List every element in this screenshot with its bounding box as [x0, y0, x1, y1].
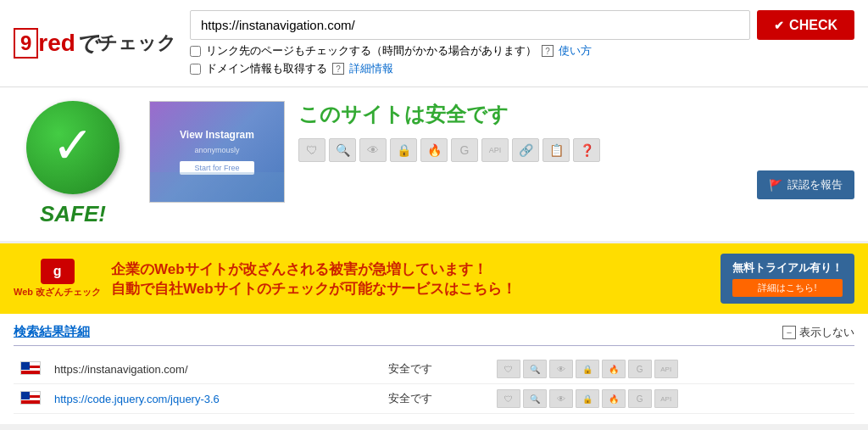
result-icon-search: 🔍	[523, 360, 547, 378]
report-flag-icon: 🚩	[769, 179, 782, 192]
option2-info-icon[interactable]: ?	[332, 63, 344, 75]
banner-cta[interactable]: 無料トライアル有り！ 詳細はこちら!	[721, 254, 854, 304]
banner-text: 企業のWebサイトが改ざんされる被害が急増しています！ 自動で自社Webサイトの…	[111, 260, 710, 299]
results-table: https://instanavigation.com/ 安全です 🛡 🔍 👁 …	[14, 355, 854, 414]
safe-checkmark-icon: ✓	[52, 120, 94, 171]
banner-line1: 企業のWebサイトが改ざんされる被害が急増しています！	[111, 260, 710, 279]
result-status-1: 安全です	[381, 355, 489, 384]
status-icon-link: 🔗	[512, 138, 539, 162]
result-url-link-2[interactable]: https://code.jquery.com/jquery-3.6	[54, 393, 220, 405]
header: 9 red で チェック ✔ CHECK リンク先のページもチェックする（時間が…	[0, 0, 868, 87]
status-icon-g: G	[451, 138, 478, 162]
check-label: CHECK	[789, 18, 837, 33]
status-icon-eye: 👁	[359, 138, 387, 162]
status-icon-search: 🔍	[329, 138, 356, 162]
logo: 9 red で チェック	[14, 28, 176, 59]
option2-checkbox[interactable]	[190, 64, 201, 75]
result-icons-1: 🛡 🔍 👁 🔒 🔥 G API	[497, 360, 848, 378]
logo-checkmark: チェック	[98, 31, 176, 56]
results-toggle[interactable]: − 表示しない	[782, 325, 854, 340]
result-url-1: https://instanavigation.com/	[47, 355, 381, 384]
result-icons-2: 🛡 🔍 👁 🔒 🔥 G API	[497, 389, 848, 408]
option1-info-icon[interactable]: ?	[542, 45, 554, 57]
option-line-1: リンク先のページもチェックする（時間がかかる場合があります） ? 使い方	[190, 43, 854, 59]
result-icon-api: API	[654, 360, 678, 378]
status-icons-row: 🛡 🔍 👁 🔒 🔥 G API 🔗 📋 ❓	[298, 138, 854, 162]
result-status-2: 安全です	[381, 384, 489, 414]
safe-badge: ✓ SAFE!	[14, 101, 132, 227]
safe-circle: ✓	[26, 101, 120, 194]
report-button[interactable]: 🚩 誤認を報告	[757, 170, 854, 199]
logo-red: red	[38, 30, 75, 57]
status-icon-question: ❓	[573, 138, 600, 162]
results-section: 検索結果詳細 − 表示しない https://instanavigation.c…	[0, 314, 868, 424]
result-icon-search-2: 🔍	[523, 389, 547, 408]
banner-detail-text: 詳細はこちら!	[732, 279, 843, 297]
result-icon-eye-2: 👁	[549, 389, 573, 408]
option2-link[interactable]: 詳細情報	[349, 61, 393, 76]
logo-de: で	[75, 29, 98, 59]
url-input[interactable]	[190, 10, 750, 40]
result-icon-lock: 🔒	[576, 360, 599, 378]
status-icon-shield: 🛡	[298, 138, 326, 162]
results-toggle-label: 表示しない	[799, 325, 854, 340]
safe-headline: このサイトは安全です	[298, 101, 854, 128]
status-icon-fire: 🔥	[420, 138, 448, 162]
report-label: 誤認を報告	[787, 177, 843, 193]
result-icon-g-2: G	[628, 389, 652, 408]
table-row: https://instanavigation.com/ 安全です 🛡 🔍 👁 …	[14, 355, 854, 384]
results-title[interactable]: 検索結果詳細	[14, 324, 90, 340]
status-icon-api: API	[481, 138, 509, 162]
results-header: 検索結果詳細 − 表示しない	[14, 324, 854, 346]
result-url-2: https://code.jquery.com/jquery-3.6	[47, 384, 381, 414]
screenshot-title: View Instagram	[180, 129, 254, 141]
result-icon-fire-2: 🔥	[602, 389, 626, 408]
result-icon-g: G	[628, 360, 652, 378]
url-input-row: ✔ CHECK	[190, 10, 854, 40]
result-area: ✓ SAFE! View Instagram anonymously Start…	[0, 87, 868, 243]
us-flag-icon	[20, 361, 41, 375]
url-area: ✔ CHECK リンク先のページもチェックする（時間がかかる場合があります） ?…	[190, 10, 854, 76]
site-status: このサイトは安全です 🛡 🔍 👁 🔒 🔥 G API 🔗 📋 ❓	[298, 101, 854, 199]
banner-logo-text: g	[53, 264, 62, 279]
result-icon-shield: 🛡	[497, 360, 520, 378]
screenshot-sub: anonymously	[180, 146, 254, 154]
toggle-minus-icon: −	[782, 326, 796, 339]
banner-line2: 自動で自社Webサイトのチェックが可能なサービスはこちら！	[111, 279, 710, 299]
banner-service-name: Web 改ざんチェック	[14, 286, 101, 299]
site-screenshot: View Instagram anonymously Start for Fre…	[149, 101, 285, 203]
logo-9: 9	[14, 28, 38, 59]
banner: g Web 改ざんチェック 企業のWebサイトが改ざんされる被害が急増しています…	[0, 243, 868, 314]
banner-trial-text: 無料トライアル有り！	[732, 260, 843, 276]
main-container: 9 red で チェック ✔ CHECK リンク先のページもチェックする（時間が…	[0, 0, 868, 424]
check-button[interactable]: ✔ CHECK	[757, 10, 854, 40]
result-url-text-1: https://instanavigation.com/	[54, 363, 188, 376]
options-row: リンク先のページもチェックする（時間がかかる場合があります） ? 使い方 ドメイ…	[190, 43, 854, 76]
checkmark-icon: ✔	[774, 19, 784, 32]
table-row: https://code.jquery.com/jquery-3.6 安全です …	[14, 384, 854, 414]
option1-label: リンク先のページもチェックする（時間がかかる場合があります）	[206, 43, 537, 59]
result-icon-shield-2: 🛡	[497, 389, 520, 408]
site-info: View Instagram anonymously Start for Fre…	[149, 101, 854, 227]
option2-label: ドメイン情報も取得する	[206, 61, 327, 76]
status-icon-lock: 🔒	[390, 138, 417, 162]
option1-link[interactable]: 使い方	[559, 43, 592, 59]
site-preview-row: View Instagram anonymously Start for Fre…	[149, 101, 854, 203]
safe-text: SAFE!	[40, 201, 106, 227]
option1-checkbox[interactable]	[190, 46, 201, 57]
report-row: 🚩 誤認を報告	[298, 170, 854, 199]
us-flag-icon	[20, 391, 41, 405]
status-icon-clip: 📋	[542, 138, 570, 162]
result-icon-eye: 👁	[549, 360, 573, 378]
result-icon-lock-2: 🔒	[576, 389, 599, 408]
banner-logo-icon: g	[41, 259, 75, 284]
screenshot-overlay	[150, 172, 284, 202]
result-icon-api-2: API	[654, 389, 678, 408]
option-line-2: ドメイン情報も取得する ? 詳細情報	[190, 61, 854, 76]
result-icon-fire: 🔥	[602, 360, 626, 378]
banner-logo: g Web 改ざんチェック	[14, 259, 101, 299]
